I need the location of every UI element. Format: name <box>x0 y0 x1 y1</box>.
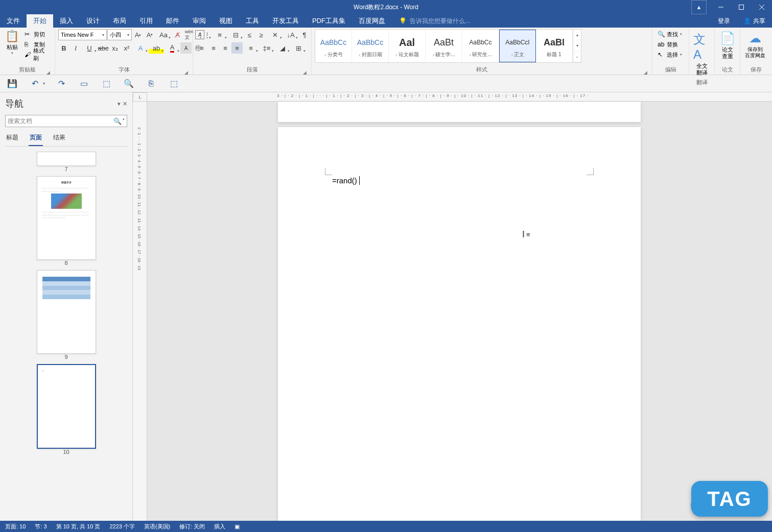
status-section[interactable]: 节: 3 <box>35 523 46 530</box>
cut-button[interactable]: ✂剪切 <box>22 29 52 39</box>
bullets-button[interactable]: ⋮⋮ <box>196 29 212 40</box>
tab-developer[interactable]: 开发工具 <box>266 14 306 28</box>
subscript-button[interactable]: x₂ <box>109 42 121 54</box>
document-page[interactable]: =rand() I≡ <box>278 127 641 521</box>
tab-home[interactable]: 开始 <box>27 14 53 28</box>
multilevel-list-button[interactable]: ⊟ <box>228 29 243 40</box>
save-button[interactable]: 💾 <box>6 78 18 90</box>
nav-close-icon[interactable]: ✕ <box>123 101 127 107</box>
nav-search-input[interactable]: 搜索文档 🔍▾ <box>5 115 127 127</box>
tab-file[interactable]: 文件 <box>0 14 27 28</box>
asian-layout-button[interactable]: ✕ <box>267 29 283 40</box>
qat-btn-7[interactable]: ⎘ <box>145 78 157 90</box>
styles-gallery[interactable]: AaBbCc♪分类号 AaBbCc♪封面日期 Aal♪论文标题 AaBt♪硕士学… <box>315 29 581 63</box>
align-right-button[interactable]: ≡ <box>220 42 231 54</box>
page-thumbnail-7[interactable] <box>37 152 96 166</box>
style-item-2[interactable]: Aal♪论文标题 <box>389 30 426 62</box>
page-thumbnail-9[interactable] <box>37 270 96 354</box>
line-spacing-button[interactable]: ‡≡ <box>259 42 274 54</box>
superscript-button[interactable]: x² <box>121 42 132 54</box>
distribute-button[interactable]: ≡ <box>243 42 259 54</box>
bold-button[interactable]: B <box>58 42 69 54</box>
italic-button[interactable]: I <box>70 42 81 54</box>
grow-font-button[interactable]: A▴ <box>132 29 144 40</box>
style-item-1[interactable]: AaBbCc♪封面日期 <box>352 30 389 62</box>
tab-view[interactable]: 视图 <box>213 14 239 28</box>
status-track-changes[interactable]: 修订: 关闭 <box>179 523 205 530</box>
tab-layout[interactable]: 布局 <box>106 14 133 28</box>
styles-dialog-launcher[interactable]: ◢ <box>643 68 648 74</box>
paper-check-button[interactable]: 📄 论文 查重 <box>718 29 737 62</box>
tab-review[interactable]: 审阅 <box>186 14 213 28</box>
decrease-indent-button[interactable]: ≤ <box>244 29 255 40</box>
font-color-button[interactable]: A <box>165 42 180 54</box>
horizontal-ruler[interactable]: 3 · | · 2 · | · 1 · | · · · | · 1 · | · … <box>147 92 772 102</box>
tell-me-input[interactable]: 💡 告诉我您想要做什么... <box>392 14 470 28</box>
style-item-0[interactable]: AaBbCc♪分类号 <box>315 30 352 62</box>
styles-scroll-down[interactable]: ▾ <box>573 40 581 51</box>
paste-button[interactable]: 📋 粘贴 ▾ <box>3 29 21 56</box>
shrink-font-button[interactable]: A▾ <box>144 29 155 40</box>
ruler-corner[interactable]: L <box>133 92 147 102</box>
status-language[interactable]: 英语(美国) <box>144 523 170 530</box>
justify-button[interactable]: ≡ <box>231 42 243 54</box>
document-text[interactable]: =rand() <box>332 176 360 185</box>
nav-dropdown-icon[interactable]: ▾ <box>118 101 121 107</box>
tab-design[interactable]: 设计 <box>80 14 106 28</box>
align-center-button[interactable]: ≡ <box>208 42 219 54</box>
character-shading-button[interactable]: A <box>180 42 192 54</box>
qat-btn-5[interactable]: ⬚ <box>100 78 112 90</box>
style-item-3[interactable]: AaBt♪硕士学... <box>426 30 462 62</box>
font-dialog-launcher[interactable]: ◢ <box>183 68 189 74</box>
qat-btn-6[interactable]: 🔍 <box>123 78 135 90</box>
clipboard-dialog-launcher[interactable]: ◢ <box>45 68 51 74</box>
qat-btn-8[interactable]: ⬚ <box>168 78 180 90</box>
nav-tab-pages[interactable]: 页面 <box>29 133 43 146</box>
status-word-count[interactable]: 2223 个字 <box>109 523 135 530</box>
styles-more[interactable]: ⌄ <box>573 52 581 62</box>
replace-button[interactable]: ab替换 <box>656 39 680 50</box>
login-button[interactable]: 登录 <box>711 14 737 28</box>
paragraph-dialog-launcher[interactable]: ◢ <box>302 68 307 74</box>
show-hide-marks-button[interactable]: ¶ <box>299 29 310 40</box>
tab-tools[interactable]: 工具 <box>239 14 266 28</box>
maximize-button[interactable] <box>731 0 752 14</box>
style-item-4[interactable]: AaBbCc♪研究生... <box>462 30 499 62</box>
style-item-5[interactable]: AaBbCcI♪正文 <box>499 30 536 62</box>
status-page[interactable]: 页面: 10 <box>5 523 26 530</box>
sort-button[interactable]: ↓A <box>283 29 298 40</box>
styles-scroll-up[interactable]: ▴ <box>573 30 581 40</box>
macro-record-icon[interactable]: ▣ <box>235 523 240 530</box>
numbering-button[interactable]: ≡ <box>212 29 227 40</box>
underline-button[interactable]: U <box>82 42 97 54</box>
change-case-button[interactable]: Aa <box>156 29 171 40</box>
borders-button[interactable]: ⊞ <box>291 42 306 54</box>
shading-button[interactable]: ◢ <box>275 42 290 54</box>
share-button[interactable]: 👤 共享 <box>737 14 772 28</box>
qat-btn-4[interactable]: ▭ <box>78 78 90 90</box>
save-to-cloud-button[interactable]: ☁ 保存到 百度网盘 <box>743 29 767 61</box>
tab-pdf[interactable]: PDF工具集 <box>306 14 352 28</box>
ribbon-display-options-icon[interactable]: ▲ <box>691 0 707 14</box>
select-button[interactable]: ↖选择▾ <box>656 50 684 60</box>
undo-button[interactable]: ↶ <box>29 78 41 90</box>
font-size-combo[interactable]: 小四▾ <box>107 29 132 40</box>
format-painter-button[interactable]: 🖌格式刷 <box>22 50 52 60</box>
find-button[interactable]: 🔍查找▾ <box>656 29 684 39</box>
tab-mailings[interactable]: 邮件 <box>159 14 186 28</box>
increase-indent-button[interactable]: ≥ <box>255 29 267 40</box>
status-page-of[interactable]: 第 10 页, 共 10 页 <box>56 523 101 530</box>
redo-button[interactable]: ↷ <box>55 78 67 90</box>
close-button[interactable] <box>752 0 772 14</box>
tab-references[interactable]: 引用 <box>133 14 159 28</box>
minimize-button[interactable] <box>711 0 731 14</box>
strikethrough-button[interactable]: abc <box>98 42 109 54</box>
align-left-button[interactable]: ≡ <box>196 42 207 54</box>
translate-button[interactable]: 文A 全文 翻译 <box>692 29 711 78</box>
status-insert-mode[interactable]: 插入 <box>214 523 225 530</box>
tab-baidu[interactable]: 百度网盘 <box>352 14 392 28</box>
highlight-button[interactable]: ab <box>149 42 164 54</box>
page-thumbnail-10[interactable]: — <box>37 364 96 449</box>
text-effects-button[interactable]: A <box>133 42 148 54</box>
font-name-combo[interactable]: Times New F▾ <box>58 29 107 40</box>
